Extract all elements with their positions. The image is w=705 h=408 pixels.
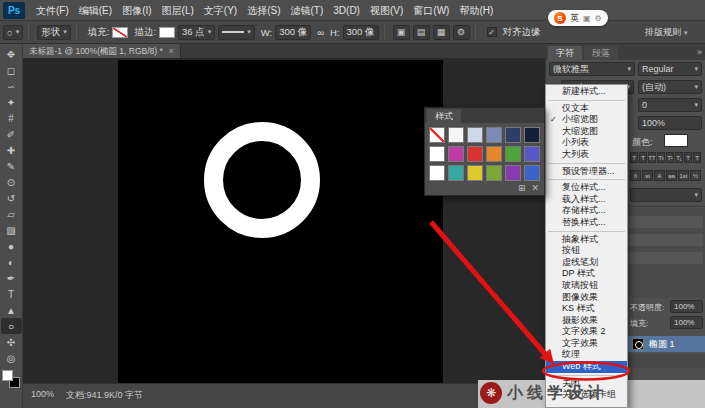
styles-menu-item-6[interactable]: 小列表 (546, 137, 627, 149)
clone-stamp-tool[interactable]: ⊙ (1, 174, 22, 190)
styles-menu-item-7[interactable]: 大列表 (546, 149, 627, 161)
styles-menu-item-27[interactable]: Web 样式 (546, 361, 627, 373)
opentype-button-4[interactable]: aa (666, 170, 677, 181)
type-style-button-3[interactable]: TT (648, 152, 656, 163)
menubar-item-6[interactable]: 选择(S) (242, 0, 285, 21)
healing-brush-tool[interactable]: ✚ (1, 142, 22, 158)
styles-menu-item-4[interactable]: ✓小缩览图 (546, 114, 627, 126)
style-swatch-4[interactable] (486, 127, 502, 143)
zoom-tool[interactable]: ◎ (1, 350, 22, 366)
opentype-button-5[interactable]: 1st (678, 170, 689, 181)
ime-logo-icon[interactable]: S (554, 12, 566, 24)
dodge-tool[interactable]: ◐ (1, 254, 22, 270)
styles-menu-item-12[interactable]: 载入样式... (546, 194, 627, 206)
crop-tool[interactable]: # (1, 110, 22, 126)
styles-menu-item-26[interactable]: 纹理 (546, 349, 627, 361)
lasso-tool[interactable]: ∽ (1, 78, 22, 94)
close-tab-icon[interactable]: × (169, 44, 174, 58)
type-style-button-1[interactable]: T (630, 152, 638, 163)
opentype-button-3[interactable]: A (654, 170, 665, 181)
style-swatch-12[interactable] (524, 146, 540, 162)
history-brush-tool[interactable]: ↺ (1, 190, 22, 206)
ime-keyboard-icon[interactable]: ▣ (583, 14, 591, 23)
document-canvas[interactable] (118, 60, 443, 383)
styles-menu-item-19[interactable]: DP 样式 (546, 268, 627, 280)
path-op-icon-4[interactable]: ⚙ (453, 25, 470, 40)
hand-tool[interactable]: ✣ (1, 334, 22, 350)
fill-color-swatch[interactable] (112, 27, 128, 38)
menubar-item-10[interactable]: 窗口(W) (408, 0, 454, 21)
styles-menu-item-25[interactable]: 文字效果 (546, 338, 627, 350)
styles-menu-item-16[interactable]: 抽象样式 (546, 234, 627, 246)
styles-menu-item-21[interactable]: 图像效果 (546, 292, 627, 304)
opentype-button-6[interactable]: ½ (690, 170, 701, 181)
style-swatch-14[interactable] (448, 165, 464, 181)
leading-field[interactable]: (自动) ▾ (638, 80, 702, 94)
stroke-type-select[interactable]: ▾ (218, 25, 255, 40)
styles-menu-item-3[interactable]: 仅文本 (546, 103, 627, 115)
styles-menu-item-18[interactable]: 虚线笔划 (546, 257, 627, 269)
style-swatch-16[interactable] (486, 165, 502, 181)
tab-paragraph[interactable]: 段落 (584, 46, 618, 60)
type-style-button-6[interactable]: T₁ (675, 152, 683, 163)
styles-menu-item-9[interactable]: 预设管理器... (546, 166, 627, 178)
style-swatch-7[interactable] (429, 146, 445, 162)
gradient-tool[interactable]: ▨ (1, 222, 22, 238)
style-swatch-2[interactable] (448, 127, 464, 143)
collapse-panel-icon[interactable]: » (697, 47, 702, 57)
font-family-select[interactable]: 微软雅黑 ▾ (549, 62, 635, 76)
ime-settings-icon[interactable]: ⚙ (595, 14, 602, 23)
marquee-tool[interactable]: ◻ (1, 62, 22, 78)
style-swatch-9[interactable] (467, 146, 483, 162)
menubar-item-1[interactable]: 文件(F) (31, 0, 74, 21)
tab-character[interactable]: 字符 (548, 46, 582, 60)
styles-menu-item-5[interactable]: 大缩览图 (546, 126, 627, 138)
type-tool[interactable]: T (1, 286, 22, 302)
type-style-button-8[interactable]: T (693, 152, 701, 163)
path-op-icon-2[interactable]: ▤ (413, 25, 430, 40)
menubar-item-2[interactable]: 编辑(E) (74, 0, 117, 21)
styles-menu-item-23[interactable]: 摄影效果 (546, 315, 627, 327)
stroke-color-swatch[interactable] (159, 27, 175, 38)
styles-menu-item-22[interactable]: KS 样式 (546, 303, 627, 315)
opentype-button-1[interactable]: fi (630, 170, 641, 181)
eraser-tool[interactable]: ▱ (1, 206, 22, 222)
styles-menu-item-17[interactable]: 按钮 (546, 245, 627, 257)
style-swatch-5[interactable] (505, 127, 521, 143)
new-style-icon[interactable]: ⊞ (518, 183, 526, 193)
type-style-button-7[interactable]: T (684, 152, 692, 163)
shape-mode-select[interactable]: 形状 ▾ (37, 25, 71, 40)
menubar-item-4[interactable]: 图层(L) (157, 0, 199, 21)
styles-menu-item-14[interactable]: 替换样式... (546, 217, 627, 229)
blur-tool[interactable]: ● (1, 238, 22, 254)
font-style-select[interactable]: Regular ▾ (638, 62, 702, 76)
opacity-field[interactable]: 100% (670, 300, 703, 313)
document-tab[interactable]: 未标题-1 @ 100%(椭圆 1, RGB/8) * × (23, 44, 181, 58)
menubar-item-5[interactable]: 文字(Y) (199, 0, 242, 21)
style-swatch-8[interactable] (448, 146, 464, 162)
style-swatch-3[interactable] (467, 127, 483, 143)
path-op-icon-1[interactable]: ▣ (393, 25, 410, 40)
pen-tool[interactable]: ✒ (1, 270, 22, 286)
opentype-button-2[interactable]: st (642, 170, 653, 181)
menubar-item-9[interactable]: 视图(V) (365, 0, 408, 21)
style-swatch-18[interactable] (524, 165, 540, 181)
type-style-button-2[interactable]: T (639, 152, 647, 163)
zoom-level-field[interactable]: 100% (31, 389, 54, 408)
tracking-field[interactable]: 0 ▾ (638, 98, 702, 112)
menubar-item-3[interactable]: 图像(I) (117, 0, 156, 21)
path-selection-tool[interactable]: ▲ (1, 302, 22, 318)
ellipse-tool[interactable]: ○ (1, 318, 22, 334)
styles-menu-item-1[interactable]: 新建样式... (546, 86, 627, 98)
style-swatch-10[interactable] (486, 146, 502, 162)
eyedropper-tool[interactable]: ✐ (1, 126, 22, 142)
workspace-switcher[interactable]: 排版规则 ▾ (645, 26, 688, 39)
menubar-item-7[interactable]: 滤镜(T) (286, 0, 329, 21)
app-logo-icon[interactable]: Ps (3, 2, 25, 19)
style-swatch-13[interactable] (429, 165, 445, 181)
style-swatch-17[interactable] (505, 165, 521, 181)
shape-width-field[interactable]: 300 像 (275, 25, 311, 40)
text-color-swatch[interactable] (664, 134, 688, 147)
stroke-width-field[interactable]: 36 点 ▾ (178, 25, 215, 40)
type-style-button-4[interactable]: Tt (657, 152, 665, 163)
